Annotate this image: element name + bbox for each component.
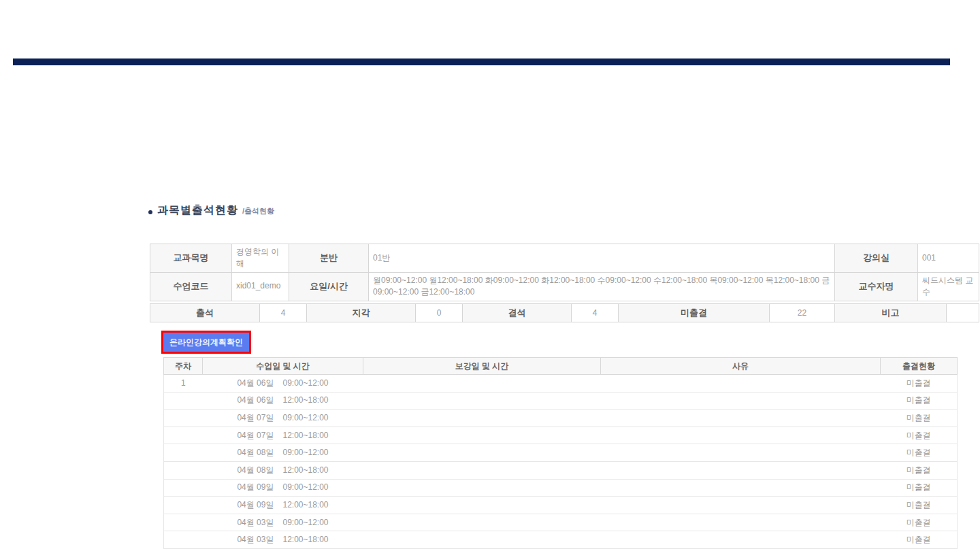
unrecorded-label: 미출결 xyxy=(619,304,770,322)
reason-cell xyxy=(601,375,881,393)
class-time: 12:00~18:00 xyxy=(282,465,328,475)
page-title-breadcrumb: /출석현황 xyxy=(242,206,274,216)
status-cell: 미출결 xyxy=(881,444,958,462)
class-time: 12:00~18:00 xyxy=(282,535,328,544)
table-row: 04월 03일12:00~18:00 미출결 xyxy=(164,531,958,549)
class-date: 04월 07일 xyxy=(237,412,274,424)
section-value: 01반 xyxy=(369,244,835,273)
week-cell xyxy=(164,392,203,410)
makeup-datetime-cell xyxy=(363,392,601,410)
class-date: 04월 03일 xyxy=(237,517,274,529)
page-title-text: 과목별출석현황 xyxy=(157,203,238,218)
class-time: 12:00~18:00 xyxy=(282,395,328,405)
table-row: 04월 03일09:00~12:00 미출결 xyxy=(164,514,958,531)
class-date: 04월 06일 xyxy=(237,378,274,389)
attended-label: 출석 xyxy=(150,304,260,322)
week-cell xyxy=(164,444,203,462)
unrecorded-count: 22 xyxy=(770,304,835,322)
col-header-week: 주차 xyxy=(164,358,203,375)
attended-count: 4 xyxy=(260,304,307,322)
reason-cell xyxy=(601,531,881,549)
class-datetime-cell: 04월 06일12:00~18:00 xyxy=(203,392,363,410)
reason-cell xyxy=(601,392,881,410)
week-cell xyxy=(164,514,203,531)
week-cell xyxy=(164,427,203,444)
classroom-label: 강의실 xyxy=(835,244,918,273)
class-datetime-cell: 04월 07일12:00~18:00 xyxy=(203,427,363,444)
week-cell: 1 xyxy=(164,375,203,393)
status-cell: 미출결 xyxy=(881,375,958,393)
class-time: 09:00~12:00 xyxy=(282,448,328,457)
makeup-datetime-cell xyxy=(363,461,601,479)
makeup-datetime-cell xyxy=(363,444,601,462)
reason-cell xyxy=(601,461,881,479)
class-date: 04월 07일 xyxy=(237,430,274,441)
status-cell: 미출결 xyxy=(881,531,958,549)
col-header-makeup-datetime: 보강일 및 시간 xyxy=(363,358,601,375)
top-accent-bar xyxy=(13,59,950,65)
course-code-value: xid01_demo xyxy=(232,272,289,301)
class-date: 04월 09일 xyxy=(237,482,274,493)
class-datetime-cell: 04월 07일09:00~12:00 xyxy=(203,410,363,427)
col-header-status: 출결현황 xyxy=(881,358,958,375)
schedule-label: 요일/시간 xyxy=(289,272,369,301)
class-time: 12:00~18:00 xyxy=(282,431,328,440)
course-name-value: 경영학의 이해 xyxy=(232,244,289,273)
reason-cell xyxy=(601,427,881,444)
note-label: 비고 xyxy=(835,304,947,322)
class-date: 04월 09일 xyxy=(237,499,274,511)
week-cell xyxy=(164,410,203,427)
makeup-datetime-cell xyxy=(363,479,601,497)
table-row: 1 04월 06일09:00~12:00 미출결 xyxy=(164,375,958,393)
makeup-datetime-cell xyxy=(363,427,601,444)
class-time: 09:00~12:00 xyxy=(282,413,328,422)
status-cell: 미출결 xyxy=(881,479,958,497)
table-row: 04월 09일09:00~12:00 미출결 xyxy=(164,479,958,497)
professor-label: 교수자명 xyxy=(835,272,918,301)
table-row: 04월 06일12:00~18:00 미출결 xyxy=(164,392,958,410)
class-date: 04월 03일 xyxy=(237,534,274,546)
table-row: 수업코드 xid01_demo 요일/시간 월09:00~12:00 월12:0… xyxy=(150,272,979,301)
class-time: 09:00~12:00 xyxy=(282,518,328,527)
reason-cell xyxy=(601,479,881,497)
status-cell: 미출결 xyxy=(881,410,958,427)
reason-cell xyxy=(601,410,881,427)
course-name-label: 교과목명 xyxy=(150,244,232,273)
table-row: 04월 07일09:00~12:00 미출결 xyxy=(164,410,958,427)
col-header-reason: 사유 xyxy=(601,358,881,375)
course-info-table: 교과목명 경영학의 이해 분반 01반 강의실 001 수업코드 xid01_d… xyxy=(150,244,979,301)
table-row: 교과목명 경영학의 이해 분반 01반 강의실 001 xyxy=(150,244,979,273)
status-cell: 미출결 xyxy=(881,392,958,410)
reason-cell xyxy=(601,497,881,514)
table-row: 04월 08일09:00~12:00 미출결 xyxy=(164,444,958,462)
class-datetime-cell: 04월 03일09:00~12:00 xyxy=(203,514,363,531)
table-row: 04월 08일12:00~18:00 미출결 xyxy=(164,461,958,479)
class-time: 09:00~12:00 xyxy=(282,378,328,388)
makeup-datetime-cell xyxy=(363,531,601,549)
status-cell: 미출결 xyxy=(881,427,958,444)
table-row: 04월 07일12:00~18:00 미출결 xyxy=(164,427,958,444)
week-cell xyxy=(164,497,203,514)
class-datetime-cell: 04월 08일12:00~18:00 xyxy=(203,461,363,479)
click-target-highlight: 온라인강의계획확인 xyxy=(161,331,251,354)
status-cell: 미출결 xyxy=(881,514,958,531)
class-datetime-cell: 04월 09일09:00~12:00 xyxy=(203,479,363,497)
class-time: 12:00~18:00 xyxy=(282,500,328,510)
table-row: 출석 4 지각 0 결석 4 미출결 22 비고 xyxy=(150,304,979,322)
schedule-value: 월09:00~12:00 월12:00~18:00 화09:00~12:00 화… xyxy=(369,272,835,301)
online-lecture-plan-button[interactable]: 온라인강의계획확인 xyxy=(163,333,249,352)
class-time: 09:00~12:00 xyxy=(282,482,328,492)
section-label: 분반 xyxy=(289,244,369,273)
classroom-value: 001 xyxy=(918,244,979,273)
class-date: 04월 06일 xyxy=(237,395,274,406)
note-value xyxy=(947,304,979,322)
makeup-datetime-cell xyxy=(363,410,601,427)
makeup-datetime-cell xyxy=(363,375,601,393)
reason-cell xyxy=(601,514,881,531)
absent-count: 4 xyxy=(572,304,619,322)
class-datetime-cell: 04월 08일09:00~12:00 xyxy=(203,444,363,462)
bullet-ring-icon xyxy=(148,210,152,214)
absent-label: 결석 xyxy=(463,304,572,322)
col-header-class-datetime: 수업일 및 시간 xyxy=(203,358,363,375)
late-label: 지각 xyxy=(307,304,416,322)
